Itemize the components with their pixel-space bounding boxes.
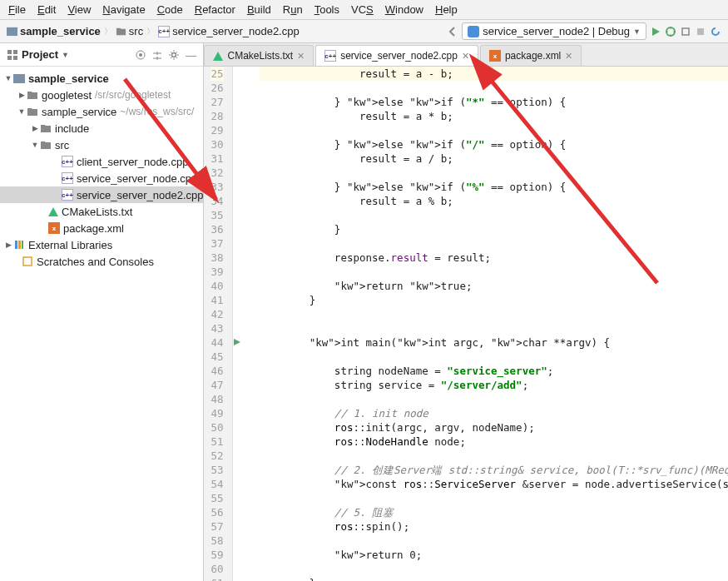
tree-label: Scratches and Consoles [37,256,154,268]
project-tree[interactable]: sample_service googletest /sr/src/google… [0,67,203,581]
menu-window[interactable]: Window [385,3,423,16]
svg-rect-15 [22,241,23,249]
close-icon[interactable]: ✕ [462,51,469,62]
folder-icon [116,26,126,37]
breadcrumb-file-label: service_server_node2.cpp [172,25,299,37]
tree-src[interactable]: src [0,137,203,153]
close-icon[interactable]: ✕ [565,51,572,62]
svg-rect-7 [7,56,12,60]
menu-help[interactable]: Help [435,3,458,16]
app-icon [468,26,479,37]
tab-cmakelists[interactable]: CMakeLists.txt ✕ [204,45,314,66]
menu-file[interactable]: File [8,3,26,16]
tree-hint: ~/ws/ros_ws/src/ [120,106,194,117]
svg-rect-1 [468,26,479,37]
svg-rect-0 [7,27,17,36]
tab-service-server-node2[interactable]: c++ service_server_node2.cpp ✕ [315,45,478,66]
tree-file-client[interactable]: c++ client_server_node.cpp [0,153,203,170]
tree-external-libraries[interactable]: External Libraries [0,236,203,253]
breadcrumb-root[interactable]: sample_service [7,25,101,37]
toolbar: sample_service 〉 src 〉 c++ service_serve… [0,20,728,43]
cpp-file-icon: c++ [324,50,336,62]
svg-point-10 [139,53,142,57]
chevron-down-icon: ▼ [633,27,641,36]
tree-googletest[interactable]: googletest /sr/src/googletest [0,87,203,103]
tree-include[interactable]: include [0,120,203,137]
menu-build[interactable]: Build [247,3,271,16]
tree-label: service_server_node2.cpp [77,189,203,201]
attach-button[interactable] [680,26,691,37]
svg-point-11 [172,52,176,57]
code-area[interactable]: 2526272829303132333435363738394041424344… [204,67,728,581]
tree-cmake[interactable]: CMakeLists.txt [0,203,203,220]
svg-rect-3 [682,28,689,35]
debug-button[interactable] [665,26,676,37]
menu-edit[interactable]: Edit [37,3,56,16]
close-icon[interactable]: ✕ [297,51,305,62]
menu-code[interactable]: Code [157,3,183,16]
menu-bar: File Edit View Navigate Code Refactor Bu… [0,0,728,20]
tab-package-xml[interactable]: x package.xml ✕ [480,45,582,66]
svg-rect-8 [13,56,17,60]
tree-package[interactable]: x package.xml [0,220,203,236]
chevron-right-icon: 〉 [146,26,155,37]
gear-icon[interactable] [168,49,180,61]
menu-view[interactable]: View [67,3,91,16]
breadcrumb-root-label: sample_service [20,25,101,37]
expand-all-icon[interactable] [151,49,163,61]
breadcrumb-src[interactable]: src [116,25,143,37]
tree-root[interactable]: sample_service [0,70,203,87]
tree-label: service_server_node.cpp [77,172,197,185]
cpp-file-icon: c++ [158,26,170,37]
marker-gutter [233,67,245,581]
run-config-selector[interactable]: service_server_node2 | Debug ▼ [462,22,646,40]
tree-label: CMakeLists.txt [62,206,132,218]
chevron-down-icon[interactable]: ▼ [62,51,69,59]
tab-label: package.xml [505,50,561,62]
line-gutter[interactable]: 2526272829303132333435363738394041424344… [204,67,232,581]
svg-rect-14 [18,241,21,249]
breadcrumb-file[interactable]: c++ service_server_node2.cpp [158,25,299,37]
breadcrumb-src-label: src [129,25,143,37]
xml-file-icon: x [48,222,60,234]
project-tool-window: Project ▼ — sample_service googletest /s… [0,43,204,581]
tree-file-service[interactable]: c++ service_server_node.cpp [0,170,203,186]
menu-refactor[interactable]: Refactor [195,3,235,16]
tree-label: External Libraries [28,239,112,251]
chevron-right-icon: 〉 [104,26,112,37]
code-lines[interactable]: result = a - b; } "kw">else "kw">if ("*"… [245,67,728,581]
cpp-file-icon: c++ [62,172,73,184]
cmake-file-icon [48,207,58,216]
hide-button[interactable]: — [185,49,196,61]
back-icon[interactable] [447,26,458,37]
project-header: Project ▼ — [0,43,203,67]
tree-label: package.xml [63,222,124,235]
library-icon [13,239,25,251]
tree-label: googletest [42,89,92,102]
scratches-icon [22,256,33,267]
editor-tabs: CMakeLists.txt ✕ c++ service_server_node… [204,43,728,67]
svg-rect-4 [697,28,704,35]
svg-rect-5 [7,50,12,54]
module-icon [13,72,25,84]
menu-run[interactable]: Run [283,3,303,16]
menu-tools[interactable]: Tools [314,3,339,16]
breadcrumb: sample_service 〉 src 〉 c++ service_serve… [7,25,443,37]
tree-sample-service[interactable]: sample_service ~/ws/ros_ws/src/ [0,103,203,120]
folder-icon [27,89,38,101]
update-button[interactable] [710,26,721,37]
folder-icon [27,106,38,117]
tree-file-service2[interactable]: c++ service_server_node2.cpp [0,186,203,203]
svg-rect-13 [15,241,17,249]
tree-scratches[interactable]: Scratches and Consoles [0,253,203,270]
stop-button[interactable] [695,26,706,37]
menu-vcs[interactable]: VCS [351,3,374,16]
svg-rect-12 [13,74,25,83]
editor: CMakeLists.txt ✕ c++ service_server_node… [204,43,728,581]
run-button[interactable] [650,26,661,37]
tab-label: CMakeLists.txt [227,50,293,62]
cpp-file-icon: c++ [62,189,73,201]
select-opened-file-icon[interactable] [135,49,146,61]
menu-navigate[interactable]: Navigate [102,3,145,16]
folder-icon [40,122,52,134]
